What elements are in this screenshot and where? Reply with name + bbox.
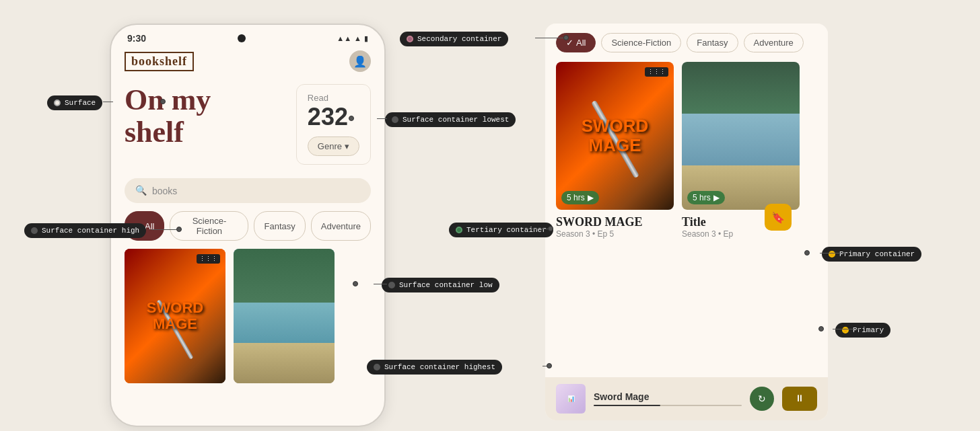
right-filter-scifi[interactable]: Science-Fiction	[601, 33, 681, 52]
filter-row: ✓ All Science-Fiction Fantasy Adventure	[111, 211, 384, 241]
battery-icon: ▮	[364, 34, 368, 43]
primary-annotation: Primary	[835, 323, 890, 338]
duration-badge-2: 5 hrs ▶	[687, 191, 725, 204]
progress-bar	[594, 405, 742, 406]
pc-line	[820, 253, 848, 253]
phone-mockup: 9:30 ▲▲ ▲ ▮ bookshelf 👤 On myshelf Read …	[110, 24, 386, 427]
hero-section: On myshelf Read 232 Genre ▾	[111, 79, 384, 170]
read-label: Read	[308, 93, 359, 103]
surface-container-lowest-annotation: Surface container lowest	[385, 112, 516, 127]
surface-container-highest-annotation: Surface container highest	[367, 360, 502, 375]
book-subtitle-1: Season 3 • Ep 5	[556, 229, 674, 239]
app-header: bookshelf 👤	[111, 44, 384, 79]
filter-chip-fantasy[interactable]: Fantasy	[254, 211, 305, 241]
sch2-dot	[547, 363, 552, 368]
book-cover-large-1: SWORDMAGE ⋮⋮⋮ 5 hrs ▶	[556, 62, 674, 210]
book-title-sword: SWORDMAGE	[147, 300, 203, 332]
genre-button[interactable]: Genre ▾	[308, 136, 359, 156]
tertiary-container-annotation: Tertiary container	[449, 223, 553, 237]
secondary-container-annotation: Secondary container	[400, 32, 508, 46]
sclow-line	[374, 284, 387, 284]
phone-camera	[238, 34, 246, 42]
read-box: Read 232 Genre ▾	[296, 84, 371, 165]
status-bar: 9:30 ▲▲ ▲ ▮	[111, 25, 384, 44]
desert-cover	[234, 249, 335, 383]
phone-icons: ▲▲ ▲ ▮	[337, 34, 368, 43]
surface-annotation: Surface	[47, 95, 102, 110]
pause-button[interactable]: ⏸	[782, 387, 817, 411]
clock-icon-2: 5 hrs	[693, 193, 711, 202]
filter-chip-adventure[interactable]: Adventure	[311, 211, 371, 241]
now-playing-title: Sword Mage	[594, 391, 742, 402]
chevron-down-icon: ▾	[345, 141, 349, 151]
now-playing-info: Sword Mage	[594, 391, 742, 406]
scl-line	[377, 118, 387, 119]
now-playing-thumbnail: 📊	[556, 384, 586, 414]
bookmark-button[interactable]: 🔖	[765, 204, 792, 231]
right-panel: ✓ All Science-Fiction Fantasy Adventure …	[545, 24, 828, 420]
prim-dot	[818, 326, 824, 331]
progress-fill	[594, 405, 660, 406]
wifi-icon: ▲	[354, 34, 361, 42]
books-grid-right: SWORDMAGE ⋮⋮⋮ 5 hrs ▶ SWORD MAGE Season …	[545, 62, 828, 247]
sch-dot	[176, 227, 182, 232]
book-subtitle-2: Season 3 • Ep	[682, 229, 800, 239]
books-grid: SWORDMAGE ⋮⋮⋮	[111, 249, 384, 383]
sword-mage-cover: SWORDMAGE ⋮⋮⋮	[125, 249, 225, 383]
search-bar[interactable]: 🔍 books	[125, 178, 371, 203]
scl-dot	[349, 116, 354, 121]
book-title-1: SWORD MAGE	[556, 215, 674, 229]
play-icon-2: ▶	[713, 193, 720, 202]
book-cover-1[interactable]: SWORDMAGE ⋮⋮⋮	[125, 249, 225, 383]
right-filter-fantasy[interactable]: Fantasy	[687, 33, 738, 52]
play-icon: ▶	[588, 193, 594, 202]
now-playing-bar: 📊 Sword Mage ↻ ⏸	[545, 377, 828, 420]
book-card-1[interactable]: SWORDMAGE ⋮⋮⋮ 5 hrs ▶ SWORD MAGE Season …	[556, 62, 674, 239]
surface-dot	[160, 99, 166, 104]
sclow-dot	[353, 281, 358, 286]
hero-title: On myshelf	[125, 84, 285, 149]
prim-line	[833, 329, 860, 329]
surface-line	[103, 102, 113, 102]
tc-dot	[548, 226, 553, 231]
clock-icon: 5 hrs	[567, 193, 585, 202]
book-card-2[interactable]: 5 hrs ▶ Title Season 3 • Ep 🔖	[682, 62, 800, 239]
search-icon: 🔍	[135, 185, 147, 196]
surface-container-high-annotation: Surface container high	[24, 223, 146, 238]
tc-line	[527, 229, 551, 229]
sc-dot	[563, 35, 569, 40]
avatar[interactable]: 👤	[349, 50, 371, 72]
sc-line	[535, 38, 567, 38]
genre-label: Genre	[318, 141, 342, 151]
book-cover-large-2: 5 hrs ▶	[682, 62, 800, 210]
phone-time: 9:30	[127, 33, 146, 44]
right-filter-row: ✓ All Science-Fiction Fantasy Adventure	[545, 24, 828, 62]
primary-container-annotation: Primary container	[822, 247, 921, 262]
book-info-1: SWORD MAGE Season 3 • Ep 5	[556, 215, 674, 239]
duration-badge-1: 5 hrs ▶	[561, 191, 599, 204]
bookmark-icon: 🔖	[771, 211, 785, 224]
pc-dot	[804, 250, 810, 256]
search-placeholder: books	[152, 186, 177, 196]
surface-container-low-annotation: Surface container low	[382, 278, 499, 292]
right-filter-adventure[interactable]: Adventure	[744, 33, 804, 52]
book-cover-2[interactable]	[234, 249, 335, 383]
right-filter-all[interactable]: ✓ All	[556, 33, 596, 52]
filter-chip-scifi[interactable]: Science-Fiction	[170, 211, 248, 241]
app-logo: bookshelf	[125, 52, 194, 71]
replay-button[interactable]: ↻	[750, 387, 774, 411]
signal-icon: ▲▲	[337, 34, 351, 42]
